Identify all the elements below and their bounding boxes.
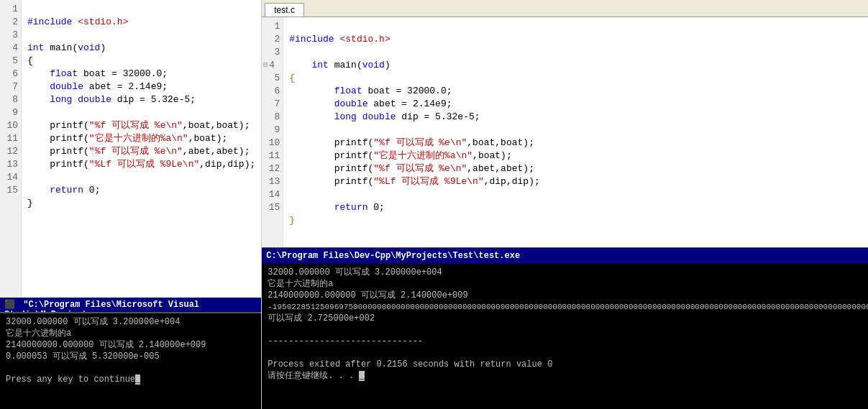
right-code-area: 1 2 3 ⊟4 5 6 7 8 9 10 11 12 13 14 15 #in… [262,17,868,247]
left-terminal: 32000.000000 可以写成 3.200000e+004 它是十六进制的a… [0,312,261,409]
right-panel: test.c 1 2 3 ⊟4 5 6 7 8 9 10 11 12 13 14… [262,0,868,409]
right-term-line-3: 2140000000.000000 可以写成 2.140000e+009 [268,290,868,301]
right-term-line-1: 32000.000000 可以写成 3.200000e+004 [268,267,868,278]
right-terminal-titlebar: C:\Program Files\Dev-Cpp\MyProjects\Test… [262,248,868,264]
left-terminal-line-6: Press any key to continue_ [6,374,255,385]
tab-bar: test.c [262,0,868,17]
left-code-body[interactable]: #include <stdio.h> int main(void) { floa… [22,0,261,298]
right-terminal: C:\Program Files\Dev-Cpp\MyProjects\Test… [262,247,868,409]
left-terminal-line-3: 2140000000.000000 可以写成 2.140000e+009 [6,339,255,351]
right-term-line-4: -195022851250969750000000000000000000000… [268,301,868,313]
right-term-line-6 [268,324,868,336]
right-terminal-title-text: C:\Program Files\Dev-Cpp\MyProjects\Test… [266,250,520,262]
left-code-panel: 1 2 3 4 5 6 7 8 9 10 11 12 13 14 15 #inc… [0,0,262,409]
cmd-icon: ⬛ [4,300,15,310]
right-term-line-2: 它是十六进制的a [268,278,868,290]
left-code-area: 1 2 3 4 5 6 7 8 9 10 11 12 13 14 15 #inc… [0,0,261,298]
left-terminal-line-1: 32000.000000 可以写成 3.200000e+004 [6,316,255,328]
left-terminal-wrapper: ⬛ "C:\Program Files\Microsoft Visual Stu… [0,312,261,409]
left-terminal-line-4: 0.000053 可以写成 5.320000e-005 [6,351,255,362]
right-line-numbers: 1 2 3 ⊟4 5 6 7 8 9 10 11 12 13 14 15 [262,17,283,247]
right-code-body[interactable]: #include <stdio.h> int main(void) { floa… [283,17,545,247]
left-terminal-line-2: 它是十六进制的a [6,328,255,339]
right-term-line-10: 请按任意键继续. . . _ [268,370,868,382]
right-term-line-5: 可以写成 2.725000e+002 [268,313,868,324]
right-term-line-9: Process exited after 0.2156 seconds with… [268,359,868,370]
left-terminal-line-5 [6,362,255,374]
left-line-numbers: 1 2 3 4 5 6 7 8 9 10 11 12 13 14 15 [0,0,22,298]
right-term-line-7: ------------------------------ [268,336,868,347]
right-terminal-body: 32000.000000 可以写成 3.200000e+004 它是十六进制的a… [262,264,868,409]
tab-test-c[interactable]: test.c [265,3,304,17]
right-term-line-8 [268,347,868,359]
left-terminal-title: ⬛ "C:\Program Files\Microsoft Visual Stu… [0,298,261,312]
right-terminal-content: 32000.000000 可以写成 3.200000e+004 它是十六进制的a… [262,264,868,385]
